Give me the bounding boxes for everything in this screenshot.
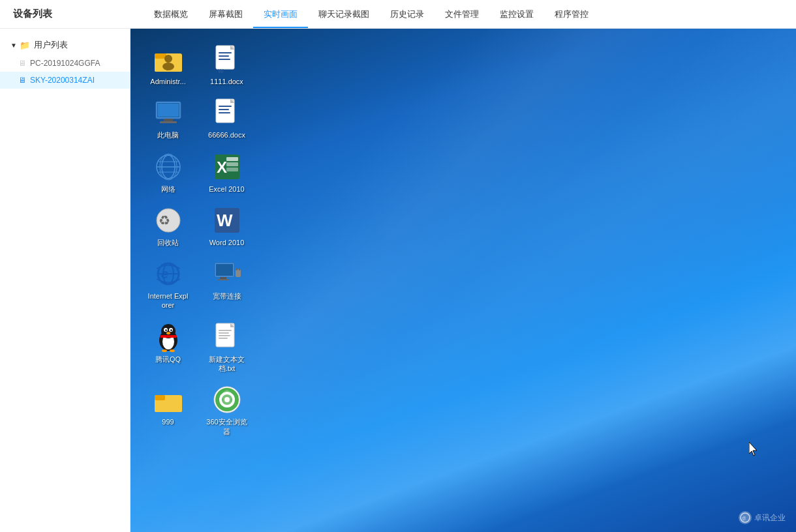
desktop-icon-network[interactable]: 网络: [144, 149, 192, 196]
svg-rect-16: [160, 121, 177, 123]
txt-icon-label: 新建文本文档.txt: [205, 355, 249, 374]
svg-rect-9: [219, 55, 229, 57]
nav-chat-log[interactable]: 聊天记录截图: [308, 1, 380, 28]
desktop-icon-folder999[interactable]: 999: [144, 382, 192, 439]
svg-rect-58: [160, 335, 177, 338]
watermark-logo: 卓: [739, 511, 752, 524]
svg-point-3: [164, 55, 172, 63]
monitor-active-icon: 🖥: [18, 76, 26, 85]
svg-rect-49: [239, 268, 240, 271]
nav-screenshot[interactable]: 屏幕截图: [198, 1, 253, 28]
desktop-icon-ie[interactable]: e Internet Explorer: [144, 256, 192, 313]
svg-rect-31: [226, 157, 238, 161]
nav-monitor-settings[interactable]: 监控设置: [489, 1, 544, 28]
word2010-icon-label: Word 2010: [209, 238, 245, 247]
svg-point-60: [170, 349, 175, 352]
sidebar-user-list-section[interactable]: ▼ 📁 用户列表: [0, 35, 130, 55]
svg-point-4: [162, 63, 174, 70]
svg-point-59: [162, 349, 167, 352]
desktop-icon-txt[interactable]: 新建文本文档.txt: [202, 319, 251, 376]
main-layout: ▼ 📁 用户列表 🖥 PC-20191024GGFA 🖥 SKY-2020031…: [0, 29, 796, 532]
svg-rect-48: [236, 268, 237, 271]
svg-text:♻: ♻: [159, 213, 170, 228]
svg-rect-69: [155, 399, 182, 412]
desktop-icon-recycle[interactable]: ♻ 回收站: [144, 203, 192, 250]
svg-rect-15: [164, 119, 173, 121]
folder999-icon: [153, 385, 183, 415]
svg-rect-21: [219, 109, 229, 110]
browser360-icon: [212, 385, 242, 415]
desktop-screen: Administr... W 1111: [130, 29, 796, 532]
svg-rect-67: [219, 338, 228, 339]
recycle-icon: ♻: [153, 205, 183, 235]
ie-icon-label: Internet Explorer: [146, 291, 190, 310]
mouse-cursor: [749, 442, 757, 454]
sidebar-device-sky1[interactable]: 🖥 SKY-20200314ZAI: [0, 72, 130, 89]
administrator-icon-label: Administr...: [150, 77, 185, 86]
sidebar-device-sky1-label: SKY-20200314ZAI: [30, 76, 95, 85]
svg-rect-32: [226, 162, 238, 166]
browser360-icon-label: 360安全浏览器: [205, 417, 249, 436]
desktop-icons-grid: Administr... W 1111: [130, 29, 261, 452]
sidebar: ▼ 📁 用户列表 🖥 PC-20191024GGFA 🖥 SKY-2020031…: [0, 29, 130, 532]
svg-rect-20: [219, 106, 232, 107]
nav-realtime[interactable]: 实时画面: [253, 1, 308, 28]
content-area: Administr... W 1111: [130, 29, 796, 532]
folder999-icon-label: 999: [162, 417, 174, 426]
docx66666-icon-label: 66666.docx: [208, 130, 245, 140]
top-header: 设备列表 数据概览 屏幕截图 实时画面 聊天记录截图 历史记录 文件管理 监控设…: [0, 0, 796, 29]
arrow-icon: ▼: [10, 42, 17, 49]
recycle-icon-label: 回收站: [157, 238, 179, 247]
svg-rect-10: [219, 59, 230, 60]
excel2010-icon-label: Excel 2010: [209, 185, 244, 194]
svg-text:X: X: [217, 158, 227, 176]
svg-rect-14: [158, 104, 179, 117]
desktop-icon-word2010[interactable]: W Word 2010: [202, 203, 251, 250]
desktop-icon-docx1111[interactable]: W 1111.docx: [202, 42, 251, 89]
qq-icon-label: 腾讯QQ: [155, 355, 181, 364]
desktop-icon-administrator[interactable]: Administr...: [144, 42, 192, 89]
nav-data-overview[interactable]: 数据概览: [144, 1, 198, 28]
desktop-icon-broadband[interactable]: 宽带连接: [202, 256, 251, 313]
desktop-icon-computer[interactable]: 此电脑: [144, 95, 192, 142]
qq-icon: [153, 322, 183, 352]
svg-rect-8: [219, 52, 232, 53]
desktop-icon-excel2010[interactable]: X Excel 2010: [202, 149, 251, 196]
word2010-icon: W: [212, 205, 242, 235]
docx1111-icon-label: 1111.docx: [210, 77, 243, 86]
folder-icon: 📁: [20, 40, 30, 50]
svg-rect-45: [220, 277, 226, 279]
nav-file-mgmt[interactable]: 文件管理: [435, 1, 489, 28]
svg-rect-66: [219, 335, 230, 336]
computer-icon: [153, 98, 183, 128]
svg-point-55: [165, 329, 167, 331]
svg-rect-33: [226, 168, 238, 171]
broadband-icon: [212, 259, 242, 289]
svg-rect-22: [219, 112, 230, 113]
broadband-icon-label: 宽带连接: [213, 291, 241, 301]
desktop-icon-360[interactable]: 360安全浏览器: [202, 382, 251, 439]
ie-icon: e: [153, 259, 183, 289]
computer-icon-label: 此电脑: [157, 130, 179, 140]
sidebar-device-pc1[interactable]: 🖥 PC-20191024GGFA: [0, 55, 130, 72]
svg-point-57: [166, 332, 170, 334]
txt-icon: [212, 322, 242, 352]
administrator-icon: [153, 44, 183, 74]
network-icon: [153, 152, 183, 182]
docx1111-icon: W: [212, 44, 242, 74]
desktop-icon-docx66666[interactable]: 66666.docx: [202, 95, 251, 142]
svg-rect-44: [216, 264, 233, 276]
nav-history[interactable]: 历史记录: [380, 1, 435, 28]
svg-rect-46: [217, 279, 229, 280]
nav-program-ctrl[interactable]: 程序管控: [544, 1, 599, 28]
svg-text:W: W: [218, 68, 224, 74]
svg-text:W: W: [217, 211, 233, 230]
svg-text:卓: 卓: [741, 516, 746, 522]
docx66666-icon: [212, 98, 242, 128]
svg-rect-47: [236, 269, 241, 277]
page-title: 设备列表: [13, 8, 144, 20]
desktop-icon-qq[interactable]: 腾讯QQ: [144, 319, 192, 376]
watermark: 卓 卓讯企业: [739, 511, 786, 524]
svg-text:e: e: [161, 267, 168, 281]
svg-rect-70: [155, 395, 165, 400]
